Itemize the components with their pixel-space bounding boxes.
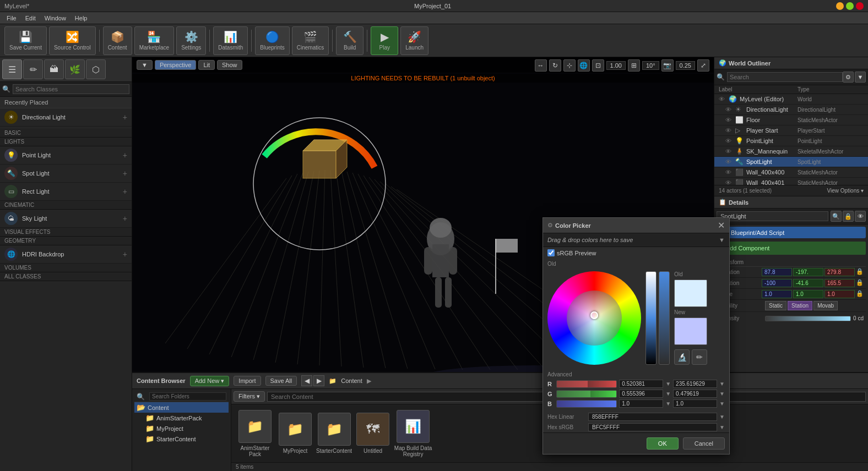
mode-place[interactable]: ☰ bbox=[2, 59, 22, 79]
r-value2-input[interactable] bbox=[673, 380, 717, 388]
mode-foliage[interactable]: 🌿 bbox=[65, 59, 85, 79]
rotation-x[interactable] bbox=[762, 279, 792, 287]
light-item-hdri[interactable]: 🌐 HDRI Backdrop + bbox=[0, 245, 132, 264]
light-item-spot[interactable]: 🔦 Spot Light + bbox=[0, 165, 132, 183]
view-options[interactable]: View Options ▾ bbox=[827, 188, 864, 194]
folder-myproject[interactable]: 📁 MyProject bbox=[134, 423, 229, 434]
outliner-item-mannequin[interactable]: 👁 🧍 SK_Mannequin SkeletalMeshActor bbox=[714, 146, 868, 157]
mobility-station-btn[interactable]: Station bbox=[788, 301, 812, 310]
eye-icon[interactable]: 👁 bbox=[725, 158, 733, 165]
hex-linear-input[interactable] bbox=[588, 413, 717, 421]
hex-srgb-arrow[interactable]: ▼ bbox=[719, 424, 725, 430]
folder-content[interactable]: 📂 Content bbox=[134, 402, 229, 413]
maximize-btn[interactable] bbox=[846, 2, 854, 10]
color-interp-btn[interactable]: ✏ bbox=[692, 349, 707, 365]
add-new-btn[interactable]: Add New ▾ bbox=[190, 376, 230, 386]
g-value2-input[interactable] bbox=[673, 390, 717, 398]
asset-myproject[interactable]: 📁 MyProject bbox=[279, 413, 312, 454]
vp-surface-icon[interactable]: ⊡ bbox=[592, 59, 604, 72]
vp-grid-toggle[interactable]: ⊞ bbox=[628, 59, 640, 72]
g-value-input[interactable] bbox=[619, 390, 663, 398]
menu-edit[interactable]: Edit bbox=[21, 14, 40, 23]
color-picker-close-btn[interactable]: ✕ bbox=[718, 220, 725, 231]
outliner-filter-btn[interactable]: ▼ bbox=[855, 72, 866, 83]
eye-icon[interactable]: 👁 bbox=[725, 127, 733, 134]
menu-window[interactable]: Window bbox=[40, 14, 70, 23]
scale-y[interactable] bbox=[793, 290, 823, 298]
b-value-input[interactable] bbox=[619, 399, 663, 408]
outliner-item-playerstart[interactable]: 👁 ▷ Player Start PlayerStart bbox=[714, 125, 868, 136]
hex-srgb-input[interactable] bbox=[588, 423, 717, 431]
vp-scale-icon[interactable]: ⊹ bbox=[563, 59, 576, 72]
play-btn[interactable]: ▶ Play bbox=[371, 26, 398, 55]
color-wheel-container[interactable] bbox=[547, 271, 641, 365]
eye-icon[interactable]: 👁 bbox=[719, 96, 726, 102]
color-eyedropper-btn[interactable]: 🔬 bbox=[674, 349, 690, 365]
location-z[interactable] bbox=[824, 268, 855, 276]
marketplace-btn[interactable]: 🏪 Marketplace bbox=[134, 26, 174, 55]
asset-startercontent[interactable]: 📁 StarterContent bbox=[316, 413, 352, 454]
nav-forward-btn[interactable]: ▶ bbox=[313, 375, 324, 386]
eye-icon[interactable]: 👁 bbox=[725, 138, 733, 144]
scale-lock-icon[interactable]: 🔒 bbox=[856, 290, 864, 298]
spot-light-add[interactable]: + bbox=[123, 169, 127, 178]
details-name-input[interactable] bbox=[717, 211, 828, 221]
outliner-item-mylevel[interactable]: 👁 🌍 MyLevel (Editor) World bbox=[714, 94, 868, 105]
cinematics-btn[interactable]: 🎬 Cinematics bbox=[292, 26, 329, 55]
hue-slider[interactable] bbox=[645, 271, 657, 365]
mode-landscape[interactable]: 🏔 bbox=[44, 59, 64, 79]
minimize-btn[interactable] bbox=[836, 2, 844, 10]
outliner-item-wall401[interactable]: 👁 ⬛ Wall_400x401 StaticMeshActor bbox=[714, 178, 868, 185]
vp-camera-icon[interactable]: 📷 bbox=[661, 59, 674, 72]
mobility-movab-btn[interactable]: Movab bbox=[813, 301, 838, 310]
r-slider[interactable] bbox=[556, 380, 617, 388]
r-arrow2[interactable]: ▼ bbox=[719, 381, 725, 387]
r-arrow[interactable]: ▼ bbox=[665, 381, 671, 387]
asset-animstarter[interactable]: 📁 AnimStarter Pack bbox=[236, 410, 274, 457]
vp-world-icon[interactable]: 🌐 bbox=[578, 59, 590, 72]
b-slider[interactable] bbox=[556, 400, 617, 408]
drag-drop-dropdown-icon[interactable]: ▼ bbox=[719, 237, 725, 243]
mode-paint[interactable]: ✏ bbox=[23, 59, 43, 79]
folder-startercontent[interactable]: 📁 StarterContent bbox=[134, 434, 229, 444]
blueprint-add-script-btn[interactable]: 🔵 Blueprint/Add Script bbox=[717, 227, 866, 238]
location-x[interactable] bbox=[762, 268, 792, 276]
rotation-y[interactable] bbox=[793, 279, 823, 287]
scale-x[interactable] bbox=[762, 290, 792, 298]
nav-back-btn[interactable]: ◀ bbox=[301, 375, 312, 386]
alpha-slider[interactable] bbox=[659, 271, 670, 365]
import-btn[interactable]: Import bbox=[234, 376, 261, 386]
r-value-input[interactable] bbox=[619, 380, 663, 388]
rect-light-add[interactable]: + bbox=[123, 187, 127, 196]
point-light-add[interactable]: + bbox=[123, 151, 127, 160]
outliner-item-spotlight[interactable]: 👁 🔦 SpotLight SpotLight bbox=[714, 157, 868, 167]
g-slider[interactable] bbox=[556, 390, 617, 398]
viewport-perspective-toggle[interactable]: ▼ bbox=[137, 60, 153, 70]
rotation-lock-icon[interactable]: 🔒 bbox=[856, 279, 864, 287]
scale-z[interactable] bbox=[824, 290, 855, 298]
color-wheel[interactable] bbox=[547, 271, 641, 365]
settings-btn[interactable]: ⚙️ Settings bbox=[176, 26, 206, 55]
asset-untitled[interactable]: 🗺 Untitled bbox=[356, 413, 389, 454]
datasmith-btn[interactable]: 📊 Datasmith bbox=[213, 26, 248, 55]
eye-icon[interactable]: 👁 bbox=[725, 148, 733, 155]
viewport-perspective-label[interactable]: Perspective bbox=[155, 60, 196, 70]
outliner-item-floor[interactable]: 👁 ⬜ Floor StaticMeshActor bbox=[714, 115, 868, 125]
intensity-slider[interactable] bbox=[765, 316, 851, 321]
b-arrow[interactable]: ▼ bbox=[665, 401, 671, 407]
close-btn[interactable] bbox=[856, 2, 864, 10]
eye-icon[interactable]: 👁 bbox=[725, 169, 733, 176]
location-lock-icon[interactable]: 🔒 bbox=[856, 268, 864, 276]
light-item-sky[interactable]: 🌤 Sky Light + bbox=[0, 210, 132, 228]
vp-speed-value[interactable]: 0.25 bbox=[676, 61, 695, 70]
b-value2-input[interactable] bbox=[673, 399, 717, 408]
source-control-btn[interactable]: 🔀 Source Control bbox=[49, 26, 96, 55]
vp-maximize-icon[interactable]: ⤢ bbox=[697, 59, 709, 72]
srgb-checkbox[interactable] bbox=[547, 249, 555, 256]
eye-icon[interactable]: 👁 bbox=[725, 179, 733, 185]
vp-rotate-icon[interactable]: ↻ bbox=[549, 59, 561, 72]
location-y[interactable] bbox=[793, 268, 823, 276]
color-picker-dialog[interactable]: ⚙ Color Picker ✕ Drag & drop colors here… bbox=[542, 217, 730, 454]
save-current-btn[interactable]: 💾 Save Current bbox=[4, 26, 47, 55]
rotation-z[interactable] bbox=[824, 279, 855, 287]
